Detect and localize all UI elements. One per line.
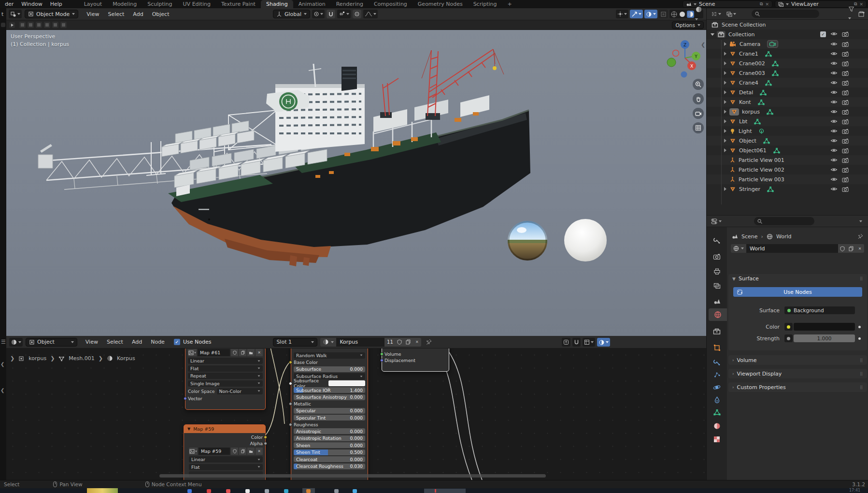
- material-name-field[interactable]: Korpus: [336, 338, 384, 347]
- expand-arrow-icon[interactable]: [724, 129, 726, 133]
- tool-slot-icon[interactable]: [19, 22, 26, 28]
- hide-eye-icon[interactable]: [830, 167, 838, 173]
- snap-magnet-icon[interactable]: [327, 10, 335, 18]
- collapse-chevron-icon[interactable]: ❮: [0, 362, 4, 367]
- properties-tab-material[interactable]: [709, 420, 725, 432]
- new-collection-icon[interactable]: [858, 11, 865, 17]
- taskbar-app-icon[interactable]: [245, 489, 250, 493]
- workspace-tab-item[interactable]: +: [502, 0, 517, 8]
- tool-slot-icon[interactable]: [60, 22, 67, 28]
- expand-arrow-icon[interactable]: [724, 119, 726, 123]
- orientation-selector[interactable]: Global: [273, 10, 310, 18]
- principled-slider-anisotropic-rotation[interactable]: Anisotropic Rotation0.000: [294, 435, 365, 441]
- outliner-row-kont[interactable]: Kont: [707, 97, 868, 107]
- outliner-row-scene-collection[interactable]: Scene Collection: [707, 20, 868, 29]
- principled-slider-subsurface-ior[interactable]: Subsurface IOR1.400: [294, 387, 365, 393]
- workspace-tab-geometry-nodes[interactable]: Geometry Nodes: [413, 0, 468, 8]
- hide-eye-icon[interactable]: [830, 80, 838, 86]
- object-name[interactable]: Object061: [739, 147, 767, 154]
- hamburger-icon[interactable]: ☰: [1, 341, 6, 343]
- material-users-count[interactable]: 11: [384, 338, 395, 347]
- object-name[interactable]: Stringer: [739, 186, 760, 192]
- editor-type-shader-icon[interactable]: [9, 338, 23, 347]
- viewport-menu-add[interactable]: Add: [133, 11, 143, 17]
- taskbar-photo-thumbnail[interactable]: [87, 488, 118, 493]
- expand-arrow-icon[interactable]: [724, 110, 726, 114]
- outliner-display-mode-icon[interactable]: [710, 10, 723, 18]
- properties-tab-scene[interactable]: [709, 295, 725, 307]
- world-name-field[interactable]: World: [746, 244, 838, 253]
- input-socket[interactable]: [289, 382, 292, 385]
- node-canvas[interactable]: ❯ korpus ❯ Mesh.001 ❯ Korpus Map #61 ✕: [6, 348, 706, 480]
- unlink-datablock-icon[interactable]: ✕: [855, 244, 864, 253]
- properties-tab-object[interactable]: [709, 341, 725, 354]
- properties-options-caret[interactable]: [859, 220, 862, 222]
- strength-socket-button[interactable]: [784, 334, 793, 342]
- workspace-tab-animation[interactable]: Animation: [293, 0, 331, 8]
- render-camera-icon[interactable]: [842, 71, 849, 76]
- principled-slider-anisotropic[interactable]: Anisotropic0.000: [294, 428, 365, 434]
- expand-arrow-icon[interactable]: [724, 81, 726, 85]
- strength-slider[interactable]: 1.000: [794, 334, 855, 342]
- map61-dropdown-repeat[interactable]: Repeat: [188, 373, 263, 379]
- workspace-tab-texture-paint[interactable]: Texture Paint: [216, 0, 261, 8]
- overlays-toggle-icon[interactable]: [644, 10, 657, 18]
- fake-user-shield-icon[interactable]: [231, 448, 238, 455]
- hide-eye-icon[interactable]: [830, 187, 838, 192]
- displacement-socket[interactable]: [380, 359, 384, 362]
- properties-tab-particles[interactable]: [709, 368, 725, 381]
- color-socket-button[interactable]: [784, 323, 793, 331]
- pin-icon[interactable]: [857, 233, 863, 240]
- fake-user-shield-icon[interactable]: [838, 244, 847, 253]
- render-camera-icon[interactable]: [842, 138, 849, 144]
- viewport-menu-view[interactable]: View: [86, 11, 99, 17]
- gizmos-toggle-icon[interactable]: [630, 10, 643, 18]
- map59-dropdown-linear[interactable]: Linear: [189, 456, 263, 463]
- unlink-scene-icon[interactable]: ✕: [765, 2, 769, 7]
- hide-eye-icon[interactable]: [830, 100, 838, 105]
- tool-slot-icon[interactable]: [44, 22, 50, 28]
- workspace-tab-rendering[interactable]: Rendering: [331, 0, 369, 8]
- outliner-row-crane003[interactable]: Crane003: [707, 68, 868, 78]
- map59-node-header[interactable]: ▼Map #59: [184, 425, 265, 433]
- unlink-icon[interactable]: ✕: [256, 448, 263, 455]
- breadcrumb-world[interactable]: World: [776, 233, 792, 240]
- panel-custom-properties[interactable]: ›Custom Properties⣿: [728, 382, 867, 392]
- collapse-arrow-icon[interactable]: [711, 33, 714, 36]
- object-name[interactable]: Crane4: [739, 80, 758, 86]
- viewport-menu-select[interactable]: Select: [108, 11, 124, 17]
- render-camera-icon[interactable]: [842, 51, 849, 57]
- outliner-row-camera[interactable]: Camera: [707, 39, 868, 49]
- pan-hand-button[interactable]: [693, 93, 704, 104]
- pivot-point-icon[interactable]: [312, 10, 325, 18]
- strength-animate-dot[interactable]: [858, 337, 861, 340]
- expand-arrow-icon[interactable]: [724, 100, 726, 104]
- material-output-node[interactable]: Volume Displacement: [382, 348, 449, 372]
- outliner-row-lbt[interactable]: Lbt: [707, 116, 868, 126]
- taskbar-app-icon[interactable]: [265, 489, 269, 493]
- unlink-icon[interactable]: ✕: [256, 349, 263, 356]
- principled-slider-clearcoat-roughness[interactable]: Clearcoat Roughness0.030: [294, 464, 365, 469]
- shader-type-selector[interactable]: Object: [26, 338, 77, 347]
- input-socket[interactable]: [289, 402, 292, 406]
- expand-arrow-icon[interactable]: [724, 90, 726, 94]
- expand-arrow-icon[interactable]: [724, 139, 726, 143]
- hide-eye-icon[interactable]: [830, 138, 838, 144]
- render-camera-icon[interactable]: [842, 80, 849, 86]
- options-button[interactable]: Options: [672, 21, 704, 29]
- hide-eye-icon[interactable]: [830, 31, 838, 37]
- taskbar-app-icon[interactable]: [226, 489, 230, 493]
- use-nodes-checkbox[interactable]: ✓ Use Nodes: [174, 339, 212, 345]
- copy-material-icon[interactable]: [404, 338, 413, 347]
- outliner-row-particle-view-003[interactable]: Particle View 003: [707, 174, 868, 184]
- workspace-tab-shading[interactable]: Shading: [261, 0, 293, 8]
- properties-tab-tool[interactable]: [709, 234, 725, 246]
- viewport-menu-object[interactable]: Object: [152, 11, 170, 17]
- color-animate-dot[interactable]: [858, 326, 861, 328]
- hide-eye-icon[interactable]: [830, 177, 838, 182]
- hide-eye-icon[interactable]: [830, 90, 838, 95]
- vector-socket[interactable]: [184, 397, 187, 400]
- outliner-row-particle-view-001[interactable]: Particle View 001: [707, 155, 868, 165]
- xray-toggle-icon[interactable]: [659, 10, 668, 18]
- properties-tab-output[interactable]: [709, 265, 725, 277]
